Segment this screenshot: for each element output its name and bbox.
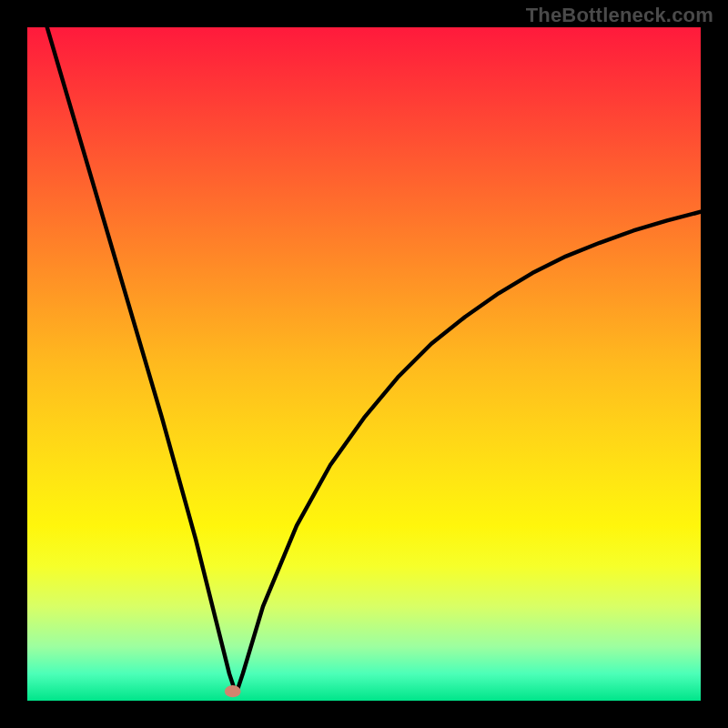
curve-svg	[27, 27, 701, 701]
optimum-marker	[225, 685, 241, 697]
plot-area	[27, 27, 701, 701]
bottleneck-curve	[27, 27, 701, 694]
chart-frame: TheBottleneck.com	[0, 0, 728, 728]
watermark-label: TheBottleneck.com	[526, 4, 713, 27]
